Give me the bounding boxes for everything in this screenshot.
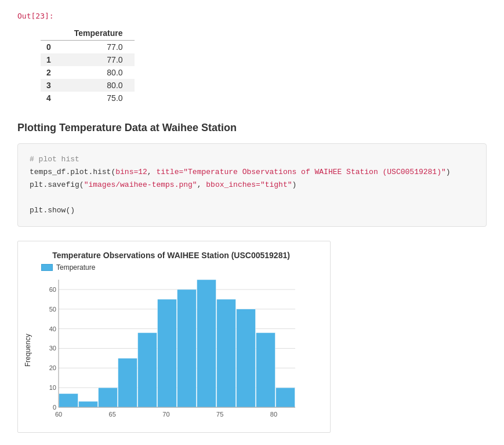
svg-text:30: 30 [49,345,56,352]
svg-rect-17 [118,359,137,408]
svg-rect-18 [138,333,157,408]
svg-rect-21 [197,280,216,407]
code-string-path: "images/waihee-temps.png" [84,180,197,189]
row-index: 3 [41,79,68,92]
chart-title: Temperature Observations of WAIHEE Stati… [24,251,318,260]
index-column-header [41,26,68,41]
code-param-bins: bins=12 [115,168,147,176]
chart-container: Temperature Observations of WAIHEE Stati… [17,241,331,433]
chart-svg: 01020304050606065707580 [34,274,301,425]
svg-text:80: 80 [270,411,277,418]
dataframe-table: Temperature 077.0177.0280.0380.0475.0 [41,26,135,104]
svg-rect-16 [99,388,118,408]
svg-rect-15 [79,401,98,407]
code-string-tight: "tight" [260,180,292,189]
code-string-title: "Temperature Observations of WAIHEE Stat… [183,168,445,176]
table-row: 280.0 [41,66,135,79]
section-heading: Plotting Temperature Data at Waihee Stat… [17,122,487,134]
svg-text:60: 60 [55,411,62,418]
svg-text:20: 20 [49,365,56,372]
output-label: Out[23]: [17,12,487,20]
code-param-bbox: bbox_inches= [206,180,260,189]
row-index: 0 [41,41,68,54]
table-row: 380.0 [41,79,135,92]
svg-rect-19 [158,299,177,407]
legend-color [41,264,53,271]
legend-label: Temperature [56,263,95,272]
row-value: 80.0 [68,66,135,79]
row-index: 1 [41,53,68,66]
row-value: 77.0 [68,53,135,66]
svg-text:65: 65 [109,411,116,418]
code-line2-pre: temps_df.plot.hist( [30,168,115,176]
svg-text:40: 40 [49,325,56,332]
row-value: 77.0 [68,41,135,54]
svg-text:70: 70 [162,411,169,418]
svg-rect-24 [256,333,275,408]
svg-rect-25 [276,388,295,408]
y-axis-label: Frequency [24,274,32,426]
svg-rect-23 [237,309,256,407]
row-index: 2 [41,66,68,79]
svg-text:75: 75 [216,411,223,418]
code-param-title: title= [156,168,183,176]
chart-legend: Temperature [41,263,318,272]
svg-text:10: 10 [49,385,56,392]
table-row: 077.0 [41,41,135,54]
chart-area: Frequency 01020304050606065707580 [24,274,318,426]
code-block: # plot hist temps_df.plot.hist(bins=12, … [17,143,487,227]
row-value: 75.0 [68,92,135,104]
svg-text:0: 0 [53,404,56,411]
svg-rect-20 [177,290,197,407]
code-plt-show: plt.show() [30,206,75,215]
svg-text:60: 60 [49,286,56,293]
table-row: 177.0 [41,53,135,66]
code-comment-1: # plot hist [30,155,79,164]
code-line3-pre: plt.savefig( [30,180,84,189]
chart-inner: 01020304050606065707580 [34,274,318,426]
row-value: 80.0 [68,79,135,92]
svg-text:50: 50 [49,306,56,313]
svg-rect-14 [59,394,78,408]
svg-rect-22 [217,299,236,407]
table-row: 475.0 [41,92,135,104]
row-index: 4 [41,92,68,104]
temperature-column-header: Temperature [68,26,135,41]
